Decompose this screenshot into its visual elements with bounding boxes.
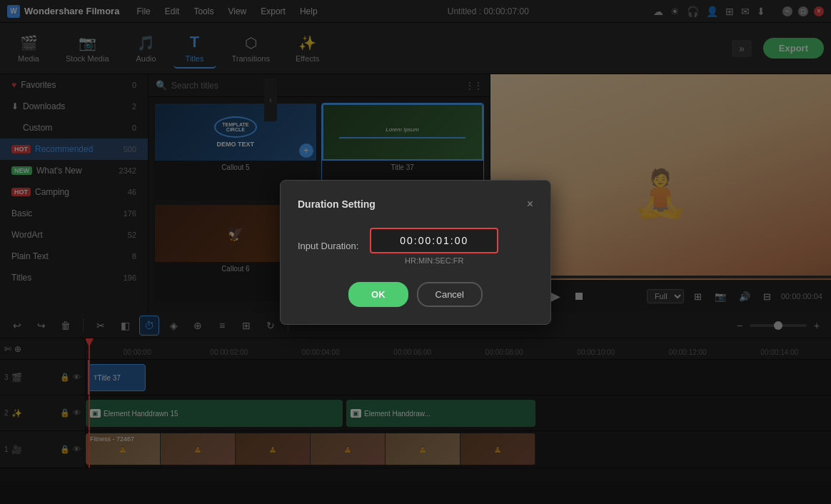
modal-overlay[interactable]: Duration Setting × Input Duration: HR:MI… xyxy=(0,0,831,504)
modal-body: Input Duration: HR:MIN:SEC:FR xyxy=(298,228,533,265)
duration-input[interactable] xyxy=(370,228,498,253)
duration-modal: Duration Setting × Input Duration: HR:MI… xyxy=(280,180,551,325)
cancel-button[interactable]: Cancel xyxy=(417,282,483,307)
modal-title: Duration Setting xyxy=(298,198,376,210)
duration-hint: HR:MIN:SEC:FR xyxy=(405,256,464,265)
duration-label: Input Duration: xyxy=(298,241,358,251)
input-container: HR:MIN:SEC:FR xyxy=(370,228,498,265)
modal-header: Duration Setting × xyxy=(298,198,533,211)
ok-button[interactable]: OK xyxy=(348,282,408,307)
modal-close-button[interactable]: × xyxy=(527,198,533,211)
modal-footer: OK Cancel xyxy=(298,282,533,307)
